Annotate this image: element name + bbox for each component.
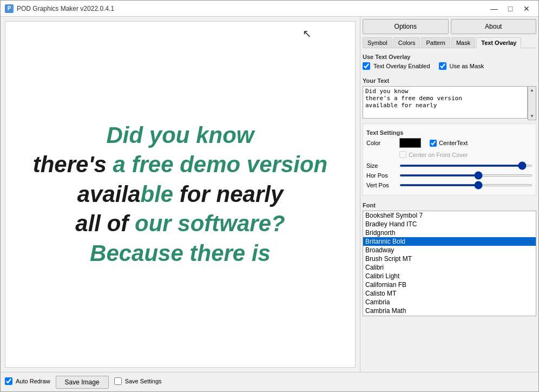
hor-pos-label: Hor Pos: [366, 172, 396, 179]
center-on-front-checkbox[interactable]: [399, 151, 406, 158]
tab-bar: Symbol Colors Pattern Mask Text Overlay: [363, 37, 536, 48]
color-label: Color: [366, 140, 396, 146]
save-image-button[interactable]: Save Image: [56, 376, 109, 389]
right-panel: Options About Symbol Colors Pattern Mask…: [360, 17, 538, 372]
vert-pos-label: Vert Pos: [366, 182, 396, 188]
canvas-line2: there's a free demo version: [33, 150, 328, 180]
tab-mask[interactable]: Mask: [451, 37, 475, 48]
title-bar-left: P POD Graphics Maker v2022.0.4.1: [5, 4, 114, 13]
tab-symbol[interactable]: Symbol: [363, 37, 392, 48]
auto-redraw-checkbox[interactable]: [5, 377, 12, 385]
maximize-button[interactable]: □: [503, 3, 518, 15]
font-item[interactable]: Calibri Light: [363, 272, 536, 280]
font-item[interactable]: Broadway: [363, 246, 536, 254]
font-item[interactable]: Cambria Math: [363, 306, 536, 315]
font-item[interactable]: Candara: [363, 315, 536, 316]
your-text-label: Your Text: [363, 77, 536, 84]
use-as-mask-row: Use as Mask: [439, 62, 484, 70]
font-item[interactable]: Californian FB: [363, 280, 536, 289]
your-text-input[interactable]: Did you know there's a free demo version…: [363, 86, 528, 119]
font-item[interactable]: Cambria: [363, 298, 536, 306]
font-item[interactable]: Bookshelf Symbol 7: [363, 211, 536, 220]
hor-pos-row: Hor Pos: [366, 172, 533, 179]
font-item[interactable]: Brush Script MT: [363, 254, 536, 263]
text-overlay-enabled-checkbox[interactable]: [363, 62, 370, 70]
app-title: POD Graphics Maker v2022.0.4.1: [17, 5, 114, 12]
font-list[interactable]: Bookshelf Symbol 7 Bradley Hand ITC Brid…: [363, 211, 536, 316]
your-text-container: Did you know there's a free demo version…: [363, 86, 536, 120]
save-settings-label: Save Settings: [125, 378, 162, 384]
text-overlay-enabled-row: Text Overlay Enabled: [363, 62, 430, 70]
canvas-area: Did you know there's a free demo version…: [5, 21, 356, 368]
scroll-down-arrow[interactable]: ▼: [529, 113, 535, 120]
text-settings-group: Text Settings Color CenterText Center on…: [363, 123, 536, 195]
use-as-mask-label: Use as Mask: [450, 63, 484, 69]
tab-text-overlay[interactable]: Text Overlay: [476, 37, 521, 48]
tab-pattern[interactable]: Pattern: [421, 37, 450, 48]
size-row: Size: [366, 162, 533, 169]
font-item[interactable]: Bridgnorth: [363, 228, 536, 237]
canvas-line1: Did you know: [33, 121, 328, 151]
options-button[interactable]: Options: [363, 19, 449, 34]
font-item[interactable]: Bradley Hand ITC: [363, 220, 536, 228]
cursor-indicator: ↖: [303, 27, 312, 40]
main-window: P POD Graphics Maker v2022.0.4.1 — □ ✕ D…: [0, 0, 539, 392]
top-buttons: Options About: [363, 19, 536, 34]
color-row: Color CenterText: [366, 138, 533, 148]
title-bar: P POD Graphics Maker v2022.0.4.1 — □ ✕: [1, 1, 538, 17]
font-item-selected[interactable]: Britannic Bold: [363, 237, 536, 246]
minimize-button[interactable]: —: [487, 3, 502, 15]
save-settings-checkbox[interactable]: [114, 377, 122, 385]
canvas-line5: Because there is: [33, 239, 328, 269]
canvas-line4: all of our software?: [33, 209, 328, 239]
use-text-overlay-label: Use Text Overlay: [363, 54, 536, 60]
canvas-line3: available for nearly: [33, 180, 328, 210]
save-settings-row: Save Settings: [114, 377, 162, 385]
canvas-inner: Did you know there's a free demo version…: [5, 22, 355, 367]
center-text-checkbox[interactable]: [430, 140, 437, 147]
about-button[interactable]: About: [451, 19, 537, 34]
size-label: Size: [366, 162, 396, 169]
font-label: Font: [363, 202, 536, 208]
window-controls: — □ ✕: [487, 3, 534, 15]
color-picker[interactable]: [399, 138, 421, 148]
textarea-scrollbar[interactable]: ▲ ▼: [528, 86, 536, 120]
hor-pos-slider[interactable]: [399, 174, 533, 177]
font-item[interactable]: Calisto MT: [363, 289, 536, 298]
text-overlay-enabled-label: Text Overlay Enabled: [373, 63, 430, 69]
auto-redraw-label: Auto Redraw: [16, 378, 50, 384]
canvas-text: Did you know there's a free demo version…: [22, 110, 339, 279]
center-text-label: CenterText: [439, 140, 468, 146]
size-slider[interactable]: [399, 165, 533, 167]
text-settings-label: Text Settings: [366, 129, 533, 136]
app-icon: P: [5, 4, 14, 13]
close-button[interactable]: ✕: [519, 3, 534, 15]
bottom-bar: Auto Redraw Save Image Save Settings: [1, 372, 538, 391]
font-item[interactable]: Calibri: [363, 263, 536, 272]
center-on-front-label: Center on Front Cover: [409, 152, 468, 158]
vert-pos-row: Vert Pos: [366, 182, 533, 188]
auto-redraw-row: Auto Redraw: [5, 377, 50, 385]
scroll-up-arrow[interactable]: ▲: [529, 87, 535, 94]
vert-pos-slider[interactable]: [399, 184, 533, 186]
main-content: Did you know there's a free demo version…: [1, 17, 538, 372]
tab-colors[interactable]: Colors: [393, 37, 420, 48]
use-as-mask-checkbox[interactable]: [439, 62, 446, 70]
